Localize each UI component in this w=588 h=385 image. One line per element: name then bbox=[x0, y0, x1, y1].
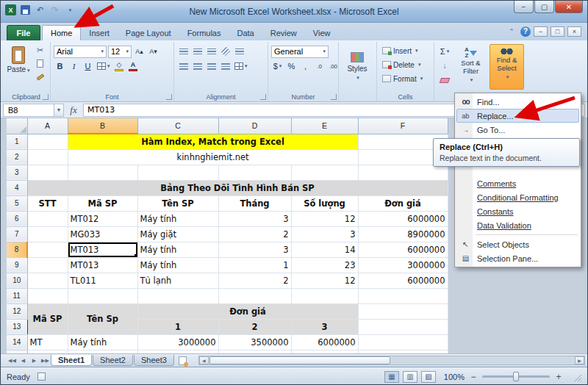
column-header-F[interactable]: F bbox=[358, 118, 448, 134]
shrink-font-button[interactable] bbox=[147, 46, 159, 58]
normal-view-button[interactable]: ▦ bbox=[384, 371, 399, 383]
tab-formulas[interactable]: Formulas bbox=[179, 25, 229, 40]
paste-button[interactable]: Paste▾ bbox=[5, 44, 32, 83]
tab-review[interactable]: Review bbox=[262, 25, 305, 40]
cell-F10[interactable]: 6000000 bbox=[358, 273, 448, 288]
align-right-button[interactable] bbox=[205, 60, 218, 73]
find-select-button[interactable]: Find & Select ▾ bbox=[490, 44, 524, 90]
horizontal-scrollbar[interactable]: ◀ ▶ bbox=[198, 356, 585, 365]
cell-F5[interactable]: Đơn giá bbox=[358, 195, 448, 211]
row-header-7[interactable]: 7 bbox=[7, 226, 27, 242]
zoom-slider[interactable] bbox=[482, 375, 550, 378]
cell-A10[interactable] bbox=[27, 273, 68, 288]
cell-F8[interactable]: 6000000 bbox=[358, 242, 448, 257]
column-header-E[interactable]: E bbox=[291, 118, 358, 134]
fill-color-button[interactable]: ◇ bbox=[113, 60, 126, 73]
cell-B3[interactable] bbox=[68, 165, 137, 180]
cell-E3[interactable] bbox=[291, 165, 358, 180]
tab-insert[interactable]: Insert bbox=[81, 25, 118, 40]
row-header-3[interactable]: 3 bbox=[7, 165, 27, 180]
cell-D7[interactable]: 2 bbox=[218, 226, 291, 242]
cell-A12[interactable]: Mã SP bbox=[27, 303, 68, 334]
cell-B10[interactable]: TL011 bbox=[68, 273, 137, 288]
row-header-8[interactable]: 8 bbox=[7, 242, 27, 257]
tab-file[interactable]: File bbox=[7, 25, 40, 40]
cell-B12[interactable]: Tên Sp bbox=[68, 303, 137, 334]
column-header-D[interactable]: D bbox=[218, 118, 291, 134]
sheet-tab-sheet2[interactable]: Sheet2 bbox=[93, 355, 133, 366]
sheet-tab-sheet1[interactable]: Sheet1 bbox=[51, 355, 92, 366]
cell-A8[interactable] bbox=[27, 242, 68, 257]
styles-button[interactable]: Styles ▾ bbox=[342, 44, 373, 88]
zoom-in-button[interactable]: + bbox=[553, 372, 564, 382]
horizontal-scroll-thumb[interactable] bbox=[209, 356, 390, 364]
workbook-restore-button[interactable]: □ bbox=[551, 26, 564, 37]
previous-sheet-button[interactable]: ◀ bbox=[18, 354, 29, 367]
insert-worksheet-button[interactable] bbox=[175, 354, 191, 367]
cell-A5[interactable]: STT bbox=[27, 195, 68, 211]
undo-button[interactable]: ↶ bbox=[34, 4, 46, 16]
cell-F3[interactable] bbox=[358, 165, 448, 180]
macro-record-icon[interactable] bbox=[37, 373, 46, 381]
borders-button[interactable]: ▾ bbox=[96, 60, 112, 73]
cell-D5[interactable]: Tháng bbox=[218, 195, 291, 211]
excel-app-icon[interactable]: X bbox=[4, 4, 17, 16]
cell-B11[interactable] bbox=[68, 288, 137, 303]
cell-F12[interactable] bbox=[358, 303, 448, 319]
column-header-C[interactable]: C bbox=[137, 118, 218, 134]
format-painter-button[interactable] bbox=[33, 71, 47, 83]
cell-B6[interactable]: MT012 bbox=[68, 211, 137, 226]
cell-B2[interactable]: kinhnghiemit.net bbox=[68, 149, 358, 165]
font-name-select[interactable]: Arial▾ bbox=[54, 46, 107, 58]
decrease-decimal-button[interactable]: .00 bbox=[327, 60, 340, 73]
sheet-tab-sheet3[interactable]: Sheet3 bbox=[134, 355, 174, 366]
row-header-6[interactable]: 6 bbox=[7, 211, 27, 226]
cell-F11[interactable] bbox=[358, 288, 448, 303]
menu-item-select-objects[interactable]: Select Objects bbox=[456, 237, 579, 251]
cell-C7[interactable]: Máy giặt bbox=[137, 226, 218, 242]
cell-C10[interactable]: Tủ lạnh bbox=[137, 273, 218, 288]
cell-D9[interactable]: 1 bbox=[218, 257, 291, 273]
tab-data[interactable]: Data bbox=[229, 25, 262, 40]
align-left-button[interactable] bbox=[177, 60, 190, 73]
column-header-A[interactable]: A bbox=[27, 118, 68, 134]
font-size-select[interactable]: 12▾ bbox=[108, 46, 132, 58]
orientation-button[interactable] bbox=[219, 46, 232, 58]
cell-F7[interactable]: 8900000 bbox=[358, 226, 448, 242]
select-all-corner[interactable] bbox=[7, 118, 27, 134]
name-box-dropdown[interactable]: ▼ bbox=[54, 104, 64, 117]
column-header-B[interactable]: B bbox=[68, 118, 137, 134]
cell-B8[interactable]: MT013 bbox=[68, 242, 137, 257]
menu-item-constants[interactable]: Constants bbox=[456, 204, 579, 218]
grow-font-button[interactable] bbox=[133, 46, 146, 58]
name-box[interactable]: B8 bbox=[3, 104, 54, 117]
cell-E10[interactable]: 12 bbox=[291, 273, 358, 288]
redo-button[interactable]: ↷ bbox=[49, 4, 61, 16]
page-layout-view-button[interactable]: ▥ bbox=[403, 371, 417, 383]
next-sheet-button[interactable]: ▶ bbox=[29, 354, 40, 367]
row-header-14[interactable]: 14 bbox=[7, 334, 27, 350]
cell-A4[interactable]: Bảng Theo Dõi Tình Hình Bán SP bbox=[27, 180, 448, 195]
increase-decimal-button[interactable]: .0 bbox=[313, 60, 326, 73]
row-header-10[interactable]: 10 bbox=[7, 273, 27, 288]
zoom-out-button[interactable]: − bbox=[468, 372, 478, 382]
fill-button[interactable] bbox=[437, 59, 452, 73]
tab-view[interactable]: View bbox=[305, 25, 339, 40]
cell-D8[interactable]: 3 bbox=[218, 242, 291, 257]
cell-A2[interactable] bbox=[27, 149, 68, 165]
cell-E11[interactable] bbox=[291, 288, 358, 303]
percent-style-button[interactable]: % bbox=[285, 60, 298, 73]
cell-F14[interactable] bbox=[358, 334, 448, 350]
cell-A6[interactable] bbox=[27, 211, 68, 226]
cell-B9[interactable]: MT013 bbox=[68, 257, 137, 273]
cell-D11[interactable] bbox=[218, 288, 291, 303]
row-header-9[interactable]: 9 bbox=[7, 257, 27, 273]
font-dialog-launcher[interactable] bbox=[166, 94, 172, 100]
wrap-text-button[interactable] bbox=[233, 46, 245, 58]
save-button[interactable] bbox=[19, 4, 32, 16]
cell-B1[interactable]: Hàm Index, Match trong Excel bbox=[68, 134, 358, 149]
cell-F13[interactable] bbox=[358, 319, 448, 334]
cut-button[interactable]: ✂ bbox=[33, 44, 47, 57]
cell-B14[interactable]: Máy tính bbox=[68, 334, 137, 350]
cell-D14[interactable]: 3500000 bbox=[218, 334, 291, 350]
